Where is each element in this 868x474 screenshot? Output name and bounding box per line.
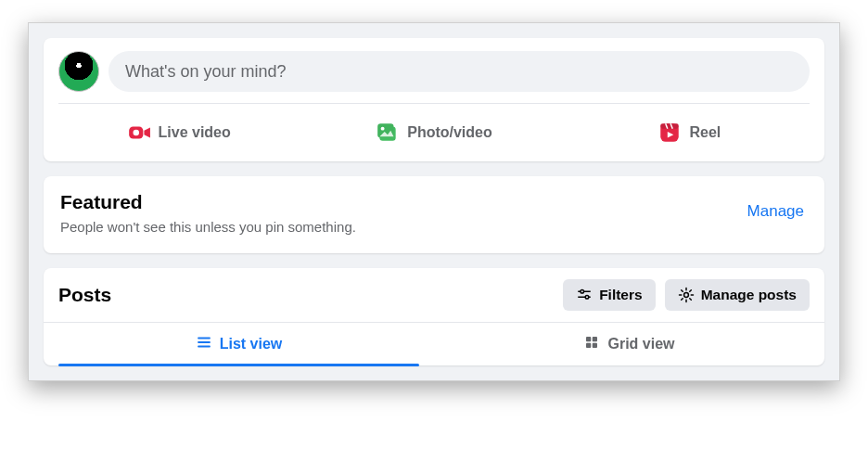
composer-card: What's on your mind? Live video Photo/vi… — [44, 38, 824, 161]
reel-button[interactable]: Reel — [562, 111, 817, 154]
filters-label: Filters — [599, 287, 643, 303]
svg-rect-20 — [593, 343, 597, 348]
list-icon — [196, 334, 212, 354]
svg-point-10 — [581, 289, 584, 293]
manage-posts-label: Manage posts — [701, 287, 797, 303]
gear-icon — [678, 287, 695, 303]
svg-rect-17 — [586, 337, 591, 341]
filters-button[interactable]: Filters — [563, 279, 656, 311]
page-frame: What's on your mind? Live video Photo/vi… — [28, 22, 840, 381]
list-view-label: List view — [220, 336, 283, 352]
composer-top: What's on your mind? — [44, 38, 824, 103]
composer-actions: Live video Photo/video Reel — [44, 104, 824, 161]
featured-card: Featured People won't see this unless yo… — [44, 176, 824, 253]
svg-rect-18 — [593, 337, 597, 341]
photo-video-button[interactable]: Photo/video — [306, 111, 561, 154]
posts-card: Posts Filters Manage posts — [44, 268, 824, 365]
avatar[interactable] — [58, 51, 99, 92]
featured-subtitle: People won't see this unless you pin som… — [60, 219, 356, 235]
posts-buttons: Filters Manage posts — [563, 279, 810, 311]
live-video-button[interactable]: Live video — [51, 111, 306, 154]
featured-title: Featured — [60, 191, 356, 213]
svg-rect-19 — [586, 343, 591, 348]
posts-header: Posts Filters Manage posts — [44, 268, 824, 322]
photo-video-icon — [376, 121, 400, 145]
posts-title: Posts — [58, 284, 111, 306]
reel-icon — [657, 121, 682, 145]
svg-point-4 — [381, 127, 385, 131]
photo-video-label: Photo/video — [407, 124, 492, 141]
reel-label: Reel — [689, 124, 721, 141]
featured-text: Featured People won't see this unless yo… — [60, 191, 356, 235]
svg-point-13 — [683, 293, 688, 298]
svg-rect-6 — [661, 123, 680, 128]
live-video-label: Live video — [159, 124, 231, 141]
filters-icon — [576, 287, 593, 303]
svg-point-12 — [585, 295, 589, 299]
tab-grid-view[interactable]: Grid view — [434, 323, 824, 365]
live-video-icon — [127, 121, 151, 145]
grid-icon — [583, 334, 600, 354]
featured-manage-link[interactable]: Manage — [747, 191, 808, 221]
view-tabs: List view Grid view — [44, 323, 824, 365]
tab-list-view[interactable]: List view — [44, 323, 434, 365]
svg-point-1 — [133, 130, 139, 136]
manage-posts-button[interactable]: Manage posts — [665, 279, 810, 311]
grid-view-label: Grid view — [607, 336, 674, 352]
composer-placeholder: What's on your mind? — [125, 62, 287, 82]
composer-input[interactable]: What's on your mind? — [108, 51, 810, 92]
